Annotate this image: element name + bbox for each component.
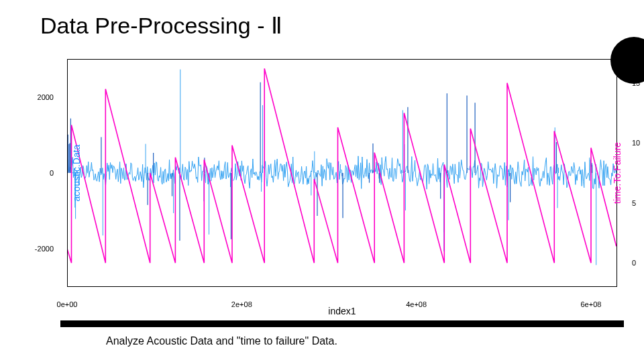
- x-label: index1: [328, 306, 356, 316]
- caption-text: Analyze Acoustic Data and "time to failu…: [106, 335, 337, 347]
- page-title: Data Pre-Processing - Ⅱ: [40, 12, 282, 39]
- divider-strip: [60, 320, 624, 327]
- chart: acoustic.Data time.To.Failure index1 -20…: [67, 59, 617, 287]
- plot-area: [67, 59, 617, 287]
- y-left-ticks: -200002000: [58, 59, 91, 287]
- y-right-ticks: 051015: [593, 59, 627, 287]
